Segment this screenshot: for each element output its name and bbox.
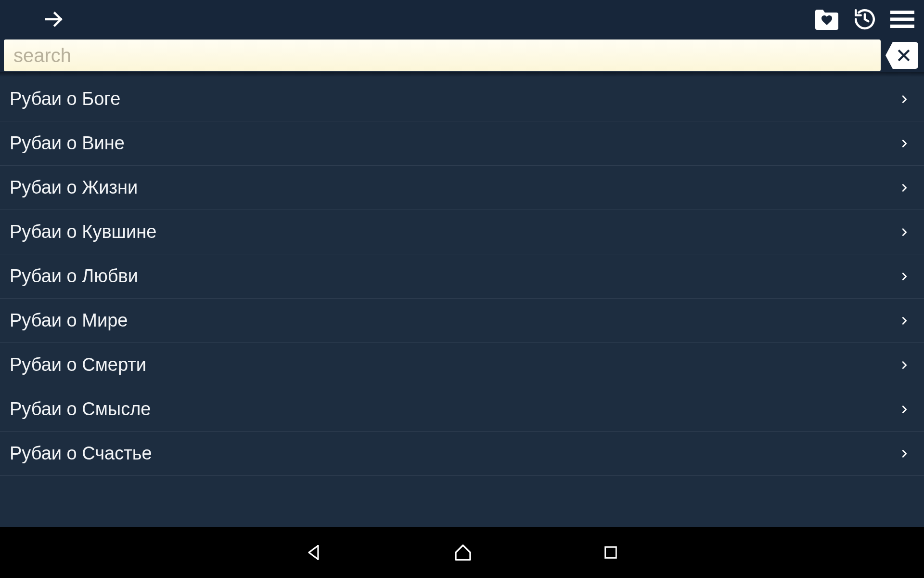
nav-back-button[interactable]	[305, 543, 323, 562]
arrow-right-icon	[43, 9, 64, 30]
system-nav-bar	[0, 527, 924, 578]
chevron-right-icon	[899, 358, 910, 372]
history-button[interactable]	[853, 7, 877, 31]
chevron-right-icon	[899, 136, 910, 151]
square-recent-icon	[603, 544, 619, 561]
list-item-label: Рубаи о Счастье	[10, 443, 152, 464]
nav-recent-button[interactable]	[603, 544, 619, 561]
list-item[interactable]: Рубаи о Счастье	[0, 432, 924, 476]
nav-home-button[interactable]	[453, 543, 473, 562]
heart-folder-icon	[814, 9, 839, 30]
menu-button[interactable]	[890, 10, 914, 29]
chevron-right-icon	[899, 225, 910, 239]
list-item-label: Рубаи о Кувшине	[10, 222, 156, 242]
screen: Рубаи о БогеРубаи о ВинеРубаи о ЖизниРуб…	[0, 0, 924, 578]
header-shadow	[0, 72, 924, 77]
list-item-label: Рубаи о Любви	[10, 266, 138, 287]
list-item[interactable]: Рубаи о Мире	[0, 299, 924, 343]
svg-marker-6	[309, 546, 318, 560]
list-item-label: Рубаи о Смерти	[10, 355, 146, 375]
search-row	[0, 39, 924, 72]
list-item-label: Рубаи о Мире	[10, 310, 128, 331]
svg-rect-8	[605, 547, 616, 558]
list-item[interactable]: Рубаи о Жизни	[0, 166, 924, 210]
list-item[interactable]: Рубаи о Вине	[0, 121, 924, 166]
svg-rect-2	[890, 18, 914, 21]
close-icon	[896, 48, 911, 63]
favorites-button[interactable]	[814, 9, 839, 30]
list-item[interactable]: Рубаи о Любви	[0, 254, 924, 299]
hamburger-icon	[890, 10, 914, 29]
list-item[interactable]: Рубаи о Смерти	[0, 343, 924, 387]
triangle-back-icon	[305, 543, 323, 562]
chevron-right-icon	[899, 447, 910, 461]
search-input[interactable]	[4, 39, 881, 71]
list-item-label: Рубаи о Смысле	[10, 399, 151, 420]
list-item[interactable]: Рубаи о Смысле	[0, 387, 924, 432]
chevron-right-icon	[899, 269, 910, 284]
history-icon	[853, 7, 877, 31]
svg-marker-7	[456, 545, 470, 560]
chevron-right-icon	[899, 181, 910, 195]
top-bar-right	[814, 7, 914, 31]
list-item-label: Рубаи о Вине	[10, 133, 125, 154]
clear-search-button[interactable]	[886, 42, 918, 69]
home-icon	[453, 543, 473, 562]
chevron-right-icon	[899, 314, 910, 328]
top-bar-left	[43, 9, 64, 30]
chevron-right-icon	[899, 92, 910, 106]
list-item[interactable]: Рубаи о Боге	[0, 77, 924, 121]
top-bar	[0, 0, 924, 39]
svg-rect-1	[890, 11, 914, 14]
list-item-label: Рубаи о Жизни	[10, 177, 138, 198]
category-list[interactable]: Рубаи о БогеРубаи о ВинеРубаи о ЖизниРуб…	[0, 77, 924, 527]
chevron-right-icon	[899, 402, 910, 417]
svg-rect-3	[890, 25, 914, 28]
list-item[interactable]: Рубаи о Кувшине	[0, 210, 924, 254]
forward-button[interactable]	[43, 9, 64, 30]
list-item-label: Рубаи о Боге	[10, 89, 121, 109]
